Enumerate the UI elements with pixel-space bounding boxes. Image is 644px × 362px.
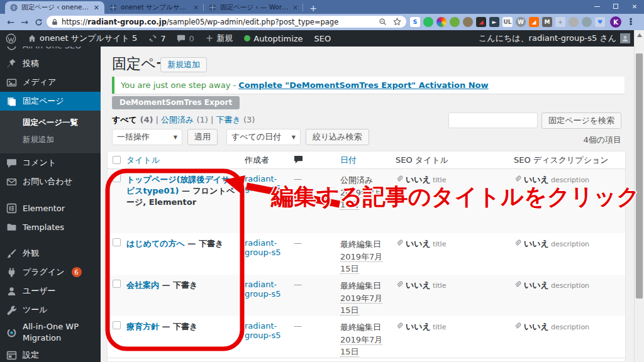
submenu-item[interactable]: 新規追加 bbox=[0, 131, 101, 148]
dark-red-extension[interactable]: ◢ bbox=[476, 17, 486, 27]
gray-circle-extension[interactable] bbox=[569, 17, 579, 27]
orange-chart-extension[interactable]: ◢ bbox=[529, 17, 539, 27]
scrollbar-up-arrow[interactable] bbox=[637, 33, 642, 37]
tab-title: 固定ページ ‹ — WordPress bbox=[220, 3, 289, 12]
sidebar-item-menu[interactable]: 固定ページ bbox=[0, 92, 101, 111]
sidebar-item-AllinOneSEO[interactable]: All in One SEO bbox=[0, 47, 101, 54]
apply-button[interactable]: 適用 bbox=[187, 129, 218, 145]
minimize-button[interactable] bbox=[587, 0, 606, 13]
row-checkbox[interactable] bbox=[113, 321, 121, 329]
wp-admin-bar: onenet サンプルサイト 5 7 0 + 新規 Autoptimize SE… bbox=[0, 30, 634, 47]
author-link[interactable]: radiant-group-s5 bbox=[245, 280, 289, 299]
adminbar-account[interactable]: こんにちは、radiant-group-s5 さん bbox=[479, 33, 630, 44]
comment-count: — bbox=[294, 238, 340, 248]
page-title-link[interactable]: 会社案内 bbox=[126, 280, 159, 290]
scrollbar-thumb[interactable] bbox=[636, 53, 643, 299]
plugin-chip-button[interactable]: DeMomentSomTres Export bbox=[112, 96, 240, 109]
evernote-extension[interactable] bbox=[423, 17, 433, 27]
sidebar-item-menu[interactable]: プラグイン6 bbox=[0, 263, 101, 282]
sidebar-item-menu[interactable]: コメント bbox=[0, 153, 101, 172]
seo-description-cell[interactable]: いいえdescription bbox=[514, 321, 625, 332]
wp-logo[interactable] bbox=[0, 30, 22, 47]
sidebar-item-menu[interactable]: ツール bbox=[0, 300, 101, 319]
row-checkbox[interactable] bbox=[113, 238, 121, 246]
browser-profile-avatar[interactable]: K bbox=[610, 16, 621, 28]
filter-button[interactable]: 絞り込み検索 bbox=[306, 129, 369, 145]
back-icon[interactable]: ← bbox=[4, 15, 18, 29]
adminbar-new[interactable]: + 新規 bbox=[200, 30, 239, 47]
refresh-icon[interactable] bbox=[31, 15, 45, 29]
filter-draft[interactable]: 下書き (3) bbox=[216, 115, 255, 124]
sidebar-item-All-in-OneWPMigration[interactable]: All-in-One WP Migration bbox=[0, 319, 101, 346]
search-pages-button[interactable]: 固定ページを検索 bbox=[541, 112, 621, 129]
address-bar[interactable]: https://radiant-group.co.jp/sample05/wp-… bbox=[47, 16, 406, 28]
blue-s-extension[interactable]: S bbox=[410, 17, 420, 27]
sidebar-item-menu[interactable]: ユーザー bbox=[0, 282, 101, 300]
sidebar-item-menu[interactable]: メディア bbox=[0, 73, 101, 92]
browser-tab-active[interactable]: 固定ページ ‹ onenet サンプルサイト 5 ✕ bbox=[5, 1, 104, 14]
ul-chart-extension[interactable]: UL bbox=[502, 17, 513, 27]
seo-description-cell[interactable]: いいえdescription bbox=[514, 280, 625, 291]
author-link[interactable]: radiant-group-s5 bbox=[245, 321, 289, 340]
wordpress-extension[interactable]: W bbox=[516, 17, 526, 27]
items-count: 4個の項目 bbox=[583, 134, 621, 146]
seo-title-cell[interactable]: いいえtitle bbox=[396, 321, 514, 332]
zoom-icon[interactable] bbox=[379, 18, 387, 26]
row-checkbox[interactable] bbox=[113, 174, 121, 182]
adminbar-autoptimize[interactable]: Autoptimize bbox=[238, 30, 308, 47]
seo-description-cell[interactable]: いいえdescription bbox=[514, 238, 625, 250]
page-title-link[interactable]: はじめての方へ bbox=[126, 239, 185, 248]
header-title[interactable]: タイトル bbox=[126, 155, 245, 166]
blue-heart-extension[interactable]: ♥ bbox=[595, 17, 605, 27]
sidebar-item-menu[interactable]: 外観 bbox=[0, 244, 101, 263]
maximize-button[interactable] bbox=[606, 0, 625, 13]
date-filter-select[interactable]: すべての日付▼ bbox=[226, 129, 301, 145]
new-tab-button[interactable]: + bbox=[308, 4, 318, 14]
activation-link[interactable]: Complete "DeMomentSomTres Export" Activa… bbox=[238, 80, 488, 90]
navy-arrow-extension[interactable]: ► bbox=[489, 17, 499, 27]
page-scrollbar[interactable] bbox=[634, 30, 644, 362]
green-extension[interactable] bbox=[450, 17, 460, 27]
filter-all[interactable]: すべて (4) bbox=[112, 115, 153, 124]
author-link[interactable]: radiant-group-s5 bbox=[245, 174, 289, 193]
sidebar-item-Templates[interactable]: Templates bbox=[0, 217, 101, 236]
filter-published[interactable]: 公開済み (1) bbox=[161, 115, 208, 124]
hand-extension[interactable]: + bbox=[555, 17, 565, 27]
page-title-link[interactable]: 療育方針 bbox=[126, 322, 159, 331]
sidebar-item-menu[interactable]: 投稿 bbox=[0, 54, 101, 73]
seo-title-cell[interactable]: いいえtitle bbox=[396, 174, 514, 185]
select-all-checkbox[interactable] bbox=[113, 156, 121, 164]
color-wheel-extension[interactable] bbox=[436, 17, 447, 27]
forward-icon[interactable]: → bbox=[18, 15, 31, 29]
brown-extension[interactable] bbox=[463, 17, 473, 27]
tab-close-icon[interactable]: ✕ bbox=[94, 4, 99, 11]
browser-tab[interactable]: onenet サンプルサイト 5 | 放課後デ ✕ bbox=[104, 1, 204, 14]
row-checkbox[interactable] bbox=[113, 280, 121, 288]
bookmark-star-icon[interactable] bbox=[393, 18, 401, 26]
browser-menu-icon[interactable]: ••• bbox=[626, 18, 635, 26]
sidebar-item-menu[interactable]: お問い合わせ bbox=[0, 172, 101, 191]
adminbar-seo[interactable]: SEO bbox=[309, 30, 337, 47]
seo-title-cell[interactable]: いいえtitle bbox=[396, 238, 514, 250]
tab-close-icon[interactable]: ✕ bbox=[193, 4, 199, 11]
table-footer-row bbox=[108, 358, 625, 362]
search-input[interactable] bbox=[448, 112, 538, 128]
bulk-action-select[interactable]: 一括操作▼ bbox=[112, 129, 182, 145]
seo-title-cell[interactable]: いいえtitle bbox=[396, 280, 514, 291]
author-link[interactable]: radiant-group-s5 bbox=[245, 238, 289, 257]
header-date[interactable]: 日付 bbox=[340, 155, 396, 166]
adminbar-updates[interactable]: 7 bbox=[143, 30, 171, 47]
tab-close-icon[interactable]: ✕ bbox=[292, 4, 298, 11]
sidebar-item-menu[interactable]: 設定 bbox=[0, 346, 101, 362]
swirl-extension[interactable] bbox=[582, 17, 592, 27]
m-extension[interactable]: M bbox=[542, 17, 552, 27]
close-button[interactable]: ✕ bbox=[625, 0, 644, 13]
sidebar-item-Elementor[interactable]: Elementor bbox=[0, 199, 101, 217]
adminbar-site-link[interactable]: onenet サンプルサイト 5 bbox=[22, 30, 143, 47]
appearance-icon bbox=[6, 248, 17, 259]
seo-description-cell[interactable]: いいえdescription bbox=[514, 174, 625, 185]
add-new-button[interactable]: 新規追加 bbox=[160, 57, 207, 72]
browser-tab[interactable]: 固定ページ ‹ — WordPress ✕ bbox=[204, 1, 303, 14]
adminbar-comments[interactable]: 0 bbox=[171, 30, 199, 47]
submenu-item[interactable]: 固定ページ一覧 bbox=[0, 114, 101, 131]
